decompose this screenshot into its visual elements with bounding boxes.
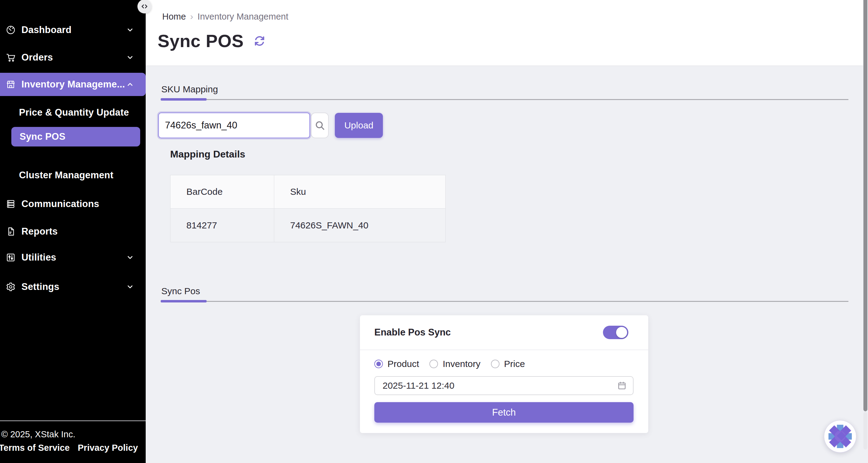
terms-of-service-link[interactable]: Terms of Service	[0, 443, 70, 453]
column-header-barcode: BarCode	[170, 175, 274, 208]
sidebar-item-label: Settings	[22, 282, 59, 292]
chevron-down-icon	[126, 254, 134, 262]
sidebar-collapse-button[interactable]	[137, 0, 152, 13]
sidebar-item-label: Price & Quantity Update	[19, 107, 129, 118]
asterisk-logo-icon	[827, 423, 853, 450]
chevron-down-icon	[126, 54, 134, 62]
card-header: Enable Pos Sync	[360, 315, 648, 350]
active-tab-indicator	[161, 98, 207, 101]
radio-price[interactable]: Price	[491, 359, 525, 369]
radio-label: Price	[504, 359, 525, 369]
calendar-icon[interactable]	[617, 381, 627, 392]
cart-icon	[5, 52, 16, 63]
page-title-row: Sync POS	[158, 31, 266, 51]
scrollbar-track[interactable]	[863, 412, 867, 450]
sidebar-footer-divider	[0, 421, 146, 421]
tab-sync-pos[interactable]: Sync Pos	[161, 285, 200, 298]
sidebar-item-reports[interactable]: Reports	[0, 221, 146, 242]
sidebar-item-orders[interactable]: Orders	[0, 46, 146, 68]
breadcrumb: Home › Inventory Management	[162, 10, 288, 23]
radio-circle	[374, 360, 383, 368]
card-body: Product Inventory Price	[360, 350, 648, 423]
chevron-down-icon	[126, 283, 134, 291]
radio-label: Product	[388, 359, 419, 369]
document-icon	[5, 226, 16, 237]
toggle-knob	[616, 327, 627, 338]
table-header-row: BarCode Sku	[170, 175, 446, 208]
radio-circle	[491, 360, 499, 368]
refresh-icon[interactable]	[253, 34, 266, 48]
sidebar-item-label: Reports	[22, 226, 58, 237]
dashboard-icon	[5, 25, 16, 35]
sliders-icon	[5, 252, 16, 263]
sidebar-item-label: Communications	[22, 198, 99, 209]
table-row: 814277 74626S_FAWN_40	[170, 208, 446, 242]
active-tab-indicator	[161, 300, 207, 302]
store-icon	[5, 79, 16, 90]
radio-label: Inventory	[442, 359, 480, 369]
radio-inventory[interactable]: Inventory	[429, 359, 480, 369]
sidebar-item-settings[interactable]: Settings	[0, 276, 146, 298]
column-header-sku: Sku	[274, 175, 446, 208]
cell-sku: 74626S_FAWN_40	[274, 208, 446, 242]
enable-pos-sync-toggle[interactable]	[603, 326, 628, 339]
server-icon	[5, 199, 16, 209]
breadcrumb-home-link[interactable]: Home	[162, 12, 186, 22]
chevron-down-icon	[126, 26, 134, 34]
cell-barcode: 814277	[170, 208, 274, 242]
sku-mapping-tabbar: SKU Mapping	[161, 82, 848, 100]
chevron-up-icon	[126, 80, 134, 88]
tab-track	[161, 301, 848, 302]
sidebar-item-label: Dashboard	[22, 25, 72, 35]
sku-search-row: Upload	[158, 112, 383, 138]
sidebar-item-price-quantity-update[interactable]: Price & Quantity Update	[0, 102, 146, 124]
sidebar-item-label: Cluster Management	[19, 170, 114, 181]
privacy-policy-link[interactable]: Privacy Policy	[78, 443, 138, 453]
fetch-button[interactable]: Fetch	[374, 402, 633, 423]
breadcrumb-current: Inventory Management	[197, 12, 288, 22]
page-title: Sync POS	[158, 31, 244, 51]
enable-pos-sync-label: Enable Pos Sync	[374, 327, 451, 338]
sync-pos-tabbar: Sync Pos	[161, 285, 848, 302]
radio-product[interactable]: Product	[374, 359, 419, 369]
search-button[interactable]	[311, 112, 329, 138]
scrollbar-thumb[interactable]	[863, 0, 867, 411]
radio-circle	[429, 360, 438, 368]
upload-button[interactable]: Upload	[335, 113, 383, 138]
mapping-details-table: BarCode Sku 814277 74626S_FAWN_40	[170, 175, 446, 242]
datetime-field-wrap	[374, 376, 633, 395]
mapping-details-heading: Mapping Details	[170, 148, 245, 160]
sidebar-item-inventory-management[interactable]: Inventory Manageme...	[0, 73, 146, 96]
sidebar-item-utilities[interactable]: Utilities	[0, 246, 146, 268]
sidebar: Dashboard Orders Inventory Manageme...	[0, 0, 146, 463]
sidebar-item-label: Orders	[22, 52, 53, 63]
sync-type-radio-group: Product Inventory Price	[374, 358, 633, 370]
tab-track	[161, 99, 848, 100]
tab-sku-mapping[interactable]: SKU Mapping	[161, 82, 218, 96]
app-root: Dashboard Orders Inventory Manageme...	[0, 0, 868, 463]
sidebar-item-label: Inventory Manageme...	[22, 79, 125, 90]
sidebar-item-communications[interactable]: Communications	[0, 193, 146, 215]
copyright-text: © 2025, XStak Inc.	[1, 429, 75, 439]
sidebar-item-dashboard[interactable]: Dashboard	[0, 19, 146, 41]
assistant-widget-button[interactable]	[824, 420, 856, 453]
datetime-input[interactable]	[374, 376, 633, 395]
breadcrumb-separator: ›	[190, 11, 193, 22]
sku-search-input[interactable]	[158, 112, 310, 138]
sidebar-item-sync-pos[interactable]: Sync POS	[11, 127, 140, 146]
sync-pos-card: Enable Pos Sync Product Inventory Price	[360, 315, 648, 433]
code-chevrons-icon	[140, 2, 149, 11]
gear-icon	[5, 282, 16, 292]
sidebar-item-label: Utilities	[22, 252, 56, 263]
sidebar-item-label: Sync POS	[20, 131, 65, 142]
search-icon	[314, 120, 326, 131]
sidebar-item-cluster-management[interactable]: Cluster Management	[0, 164, 146, 186]
